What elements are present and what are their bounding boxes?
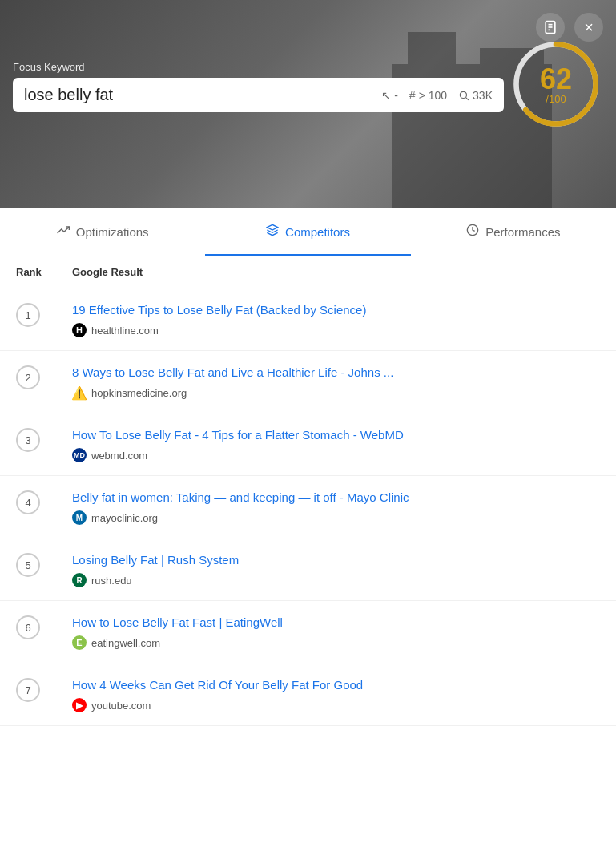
close-icon-button[interactable]: × (574, 13, 603, 42)
score-display: 62 /100 (540, 65, 572, 104)
domain-favicon: R (72, 573, 87, 587)
rank-badge: 6 (16, 615, 40, 639)
col-result-header: Google Result (72, 266, 600, 278)
tab-optimizations[interactable]: Optimizations (0, 209, 205, 256)
domain-name: webmd.com (91, 450, 147, 462)
focus-keyword-section: Focus Keyword lose belly fat ↖ - # > 100… (13, 61, 504, 112)
tab-performances-label: Performances (485, 225, 560, 239)
col-rank-header: Rank (16, 266, 72, 278)
rank-badge: 2 (16, 365, 40, 389)
rank-cell: 7 (16, 676, 72, 702)
result-title[interactable]: 19 Effective Tips to Lose Belly Fat (Bac… (72, 301, 600, 318)
search-volume: 33K (473, 89, 493, 102)
tab-competitors-label: Competitors (285, 225, 350, 239)
rank-badge: 7 (16, 678, 40, 702)
close-icon: × (584, 18, 594, 37)
rank-cell: 4 (16, 489, 72, 514)
cursor-icon: ↖ - (381, 89, 398, 102)
search-meta: 33K (458, 89, 493, 102)
rank-cell: 3 (16, 426, 72, 452)
domain-favicon: M (72, 510, 87, 525)
domain-name: mayoclinic.org (91, 512, 158, 524)
table-row: 4 Belly fat in women: Taking — and keepi… (0, 476, 616, 538)
hash-value: > 100 (419, 89, 447, 102)
tab-competitors[interactable]: Competitors (205, 209, 410, 256)
domain-favicon: MD (72, 448, 87, 462)
domain-favicon: E (72, 635, 87, 650)
result-domain: H healthline.com (72, 323, 600, 337)
table-row: 7 How 4 Weeks Can Get Rid Of Your Belly … (0, 663, 616, 726)
result-cell: 8 Ways to Lose Belly Fat and Live a Heal… (72, 364, 600, 400)
domain-favicon: ⚠️ (72, 385, 87, 400)
rank-cell: 6 (16, 614, 72, 639)
rank-badge: 5 (16, 553, 40, 577)
result-title[interactable]: How 4 Weeks Can Get Rid Of Your Belly Fa… (72, 676, 600, 693)
keyword-meta: ↖ - # > 100 33K (381, 89, 493, 102)
domain-name: eatingwell.com (91, 637, 160, 649)
hash-icon-symbol: # (409, 89, 416, 102)
domain-name: youtube.com (91, 700, 151, 712)
rank-badge: 3 (16, 428, 40, 452)
document-icon-button[interactable] (536, 13, 565, 42)
focus-keyword-label: Focus Keyword (13, 61, 504, 73)
results-list: 1 19 Effective Tips to Lose Belly Fat (B… (0, 288, 616, 726)
score-number: 62 (540, 65, 572, 94)
result-cell: Belly fat in women: Taking — and keeping… (72, 489, 600, 525)
result-domain: R rush.edu (72, 573, 600, 587)
keyword-input-row[interactable]: lose belly fat ↖ - # > 100 33K (13, 78, 504, 112)
result-cell: Losing Belly Fat | Rush System R rush.ed… (72, 551, 600, 587)
result-title[interactable]: Losing Belly Fat | Rush System (72, 551, 600, 568)
result-title[interactable]: How to Lose Belly Fat Fast | EatingWell (72, 614, 600, 631)
tabs-bar: Optimizations Competitors Performances (0, 208, 616, 256)
rank-badge: 1 (16, 303, 40, 327)
result-domain: M mayoclinic.org (72, 510, 600, 525)
table-row: 5 Losing Belly Fat | Rush System R rush.… (0, 538, 616, 601)
keyword-text: lose belly fat (24, 86, 368, 104)
result-domain: ⚠️ hopkinsmedicine.org (72, 385, 600, 400)
table-row: 1 19 Effective Tips to Lose Belly Fat (B… (0, 288, 616, 351)
result-title[interactable]: How To Lose Belly Fat - 4 Tips for a Fla… (72, 426, 600, 443)
result-title[interactable]: Belly fat in women: Taking — and keeping… (72, 489, 600, 506)
hero-section: × 62 /100 Focus Keyword lose belly fat ↖… (0, 0, 616, 208)
competitors-icon (266, 224, 279, 240)
table-row: 2 8 Ways to Lose Belly Fat and Live a He… (0, 351, 616, 413)
svg-line-7 (466, 97, 469, 99)
hero-top-icons: × (536, 13, 603, 42)
domain-name: healthline.com (91, 325, 159, 337)
result-title[interactable]: 8 Ways to Lose Belly Fat and Live a Heal… (72, 364, 600, 381)
rank-cell: 5 (16, 551, 72, 577)
rank-cell: 2 (16, 364, 72, 389)
score-circle: 62 /100 (512, 40, 600, 128)
result-cell: How To Lose Belly Fat - 4 Tips for a Fla… (72, 426, 600, 462)
domain-name: hopkinsmedicine.org (91, 387, 187, 399)
domain-name: rush.edu (91, 575, 132, 587)
domain-favicon: ▶ (72, 698, 87, 712)
result-cell: How 4 Weeks Can Get Rid Of Your Belly Fa… (72, 676, 600, 712)
performances-icon (466, 224, 479, 240)
result-domain: E eatingwell.com (72, 635, 600, 650)
result-cell: How to Lose Belly Fat Fast | EatingWell … (72, 614, 600, 650)
result-domain: ▶ youtube.com (72, 698, 600, 712)
domain-favicon: H (72, 323, 87, 337)
result-cell: 19 Effective Tips to Lose Belly Fat (Bac… (72, 301, 600, 337)
hash-meta: # > 100 (409, 89, 447, 102)
svg-point-6 (460, 91, 466, 98)
rank-badge: 4 (16, 490, 40, 514)
table-row: 6 How to Lose Belly Fat Fast | EatingWel… (0, 601, 616, 663)
table-header: Rank Google Result (0, 256, 616, 288)
table-row: 3 How To Lose Belly Fat - 4 Tips for a F… (0, 413, 616, 476)
result-domain: MD webmd.com (72, 448, 600, 462)
rank-cell: 1 (16, 301, 72, 327)
optimizations-icon (57, 224, 70, 240)
tab-performances[interactable]: Performances (411, 209, 616, 256)
tab-optimizations-label: Optimizations (76, 225, 149, 239)
